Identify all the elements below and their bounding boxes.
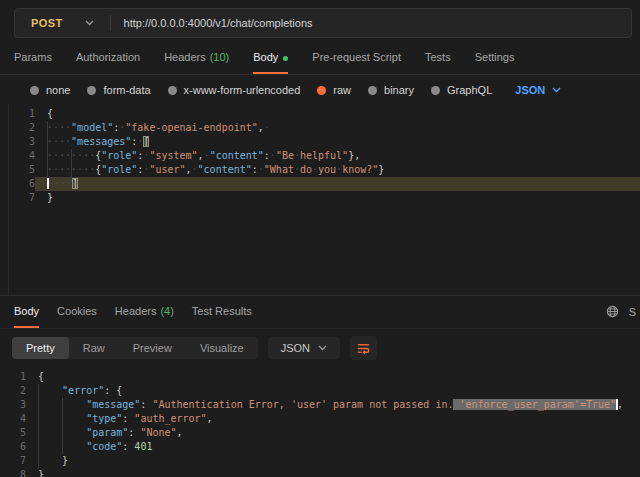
code-line: 2····"model":·"fake-openai-endpoint",·: [9, 121, 640, 135]
code-token: "role": [101, 150, 137, 161]
code-token: [38, 427, 86, 438]
body-type-form-data[interactable]: form-data: [87, 84, 150, 96]
code-line: 3 "message": "Authentication Error, 'use…: [0, 398, 640, 412]
request-tab-headers[interactable]: Headers(10): [164, 51, 229, 74]
view-raw[interactable]: Raw: [69, 337, 119, 359]
line-number: 7: [9, 191, 35, 205]
code-token: ········: [47, 164, 95, 175]
request-tab-label: Headers: [164, 51, 206, 63]
chevron-down-icon: [552, 87, 561, 93]
code-line: 5 "param": "None",: [0, 426, 640, 440]
code-line-content: "error": {: [26, 384, 640, 398]
method-label: POST: [31, 17, 63, 29]
code-token: know?": [342, 164, 378, 175]
line-number: 5: [0, 426, 26, 440]
radio-icon: [431, 86, 440, 95]
code-token: }: [47, 192, 53, 203]
code-token: "Be: [276, 150, 294, 161]
response-tab-test-results[interactable]: Test Results: [192, 305, 252, 328]
code-line-content: {: [26, 370, 640, 384]
response-tab-cookies[interactable]: Cookies: [57, 305, 97, 328]
code-line-content: "type": "auth_error",: [26, 412, 640, 426]
code-token: "user": [149, 164, 185, 175]
code-token: {: [47, 108, 53, 119]
code-line: 8}: [0, 468, 640, 477]
body-type-graphql[interactable]: GraphQL: [431, 84, 492, 96]
code-token: "Authentication Error, 'user' param not …: [152, 399, 453, 410]
code-token: "model": [71, 122, 113, 133]
radio-icon: [368, 86, 377, 95]
code-token: }: [38, 469, 44, 477]
body-type-label: none: [46, 84, 70, 96]
code-line: 5········{"role":·"user",·"content":·"Wh…: [9, 163, 640, 177]
code-token: [38, 399, 86, 410]
tab-count-badge: (4): [160, 305, 173, 317]
response-format-dropdown[interactable]: JSON: [268, 337, 340, 359]
request-tab-authorization[interactable]: Authorization: [76, 51, 140, 74]
request-tab-settings[interactable]: Settings: [475, 51, 515, 74]
response-controls: PrettyRawPreviewVisualize JSON: [0, 329, 640, 367]
code-token: "system": [149, 150, 197, 161]
request-tab-label: Pre-request Script: [312, 51, 401, 63]
code-token: ]: [72, 178, 78, 189]
body-type-raw[interactable]: raw: [317, 84, 351, 96]
radio-icon: [87, 86, 96, 95]
wrap-text-button[interactable]: [350, 336, 377, 360]
body-type-x-www-form-urlencoded[interactable]: x-www-form-urlencoded: [168, 84, 301, 96]
view-pretty[interactable]: Pretty: [12, 337, 69, 359]
request-tab-body[interactable]: Body: [253, 51, 288, 74]
request-tab-label: Body: [253, 51, 278, 63]
code-line: 6····]: [9, 177, 640, 191]
chevron-down-icon: [318, 345, 327, 351]
code-line-content: ····]: [35, 177, 640, 191]
request-tab-tests[interactable]: Tests: [425, 51, 451, 74]
response-body-editor[interactable]: 1{2 "error": {3 "message": "Authenticati…: [0, 367, 640, 477]
body-type-none[interactable]: none: [30, 84, 70, 96]
request-body-editor[interactable]: 1{2····"model":·"fake-openai-endpoint",·…: [9, 104, 640, 205]
response-tab-label: Body: [14, 305, 39, 317]
code-line-content: "param": "None",: [26, 426, 640, 440]
code-token: "auth_error": [134, 413, 206, 424]
response-header-right: S: [606, 305, 636, 326]
code-line-content: }: [35, 191, 640, 205]
url-input[interactable]: http://0.0.0.0:4000/v1/chat/completions: [111, 17, 313, 29]
line-number: 5: [9, 163, 35, 177]
line-number: 1: [9, 107, 35, 121]
method-dropdown[interactable]: POST: [15, 17, 110, 29]
code-line: 7}: [9, 191, 640, 205]
response-tab-body[interactable]: Body: [14, 305, 39, 328]
view-visualize[interactable]: Visualize: [186, 337, 258, 359]
request-tab-params[interactable]: Params: [14, 51, 52, 74]
code-token: "content": [210, 150, 264, 161]
code-line-content: "code": 401: [26, 440, 640, 454]
request-body-pane: 1{2····"model":·"fake-openai-endpoint",·…: [8, 104, 640, 295]
body-type-binary[interactable]: binary: [368, 84, 414, 96]
line-number: 8: [0, 468, 26, 477]
line-number: 6: [9, 177, 35, 191]
code-line: 6 "code": 401: [0, 440, 640, 454]
line-number: 2: [9, 121, 35, 135]
radio-icon: [317, 86, 326, 95]
body-type-label: x-www-form-urlencoded: [184, 84, 301, 96]
response-tabs: BodyCookiesHeaders(4)Test Results: [14, 305, 252, 328]
request-format-label: JSON: [515, 84, 545, 96]
view-preview[interactable]: Preview: [119, 337, 186, 359]
line-number: 3: [0, 398, 26, 412]
request-format-dropdown[interactable]: JSON: [515, 84, 561, 96]
line-number: 7: [0, 454, 26, 468]
line-number: 3: [9, 135, 35, 149]
code-token: {: [38, 371, 44, 382]
response-header: BodyCookiesHeaders(4)Test Results S: [0, 295, 640, 329]
code-token: [38, 413, 86, 424]
code-token: "content": [198, 164, 252, 175]
code-token: "None": [140, 427, 176, 438]
code-token: "role": [101, 164, 137, 175]
code-line: 7 }: [0, 454, 640, 468]
code-line-content: ····"model":·"fake-openai-endpoint",·: [35, 121, 640, 135]
response-tab-headers[interactable]: Headers(4): [115, 305, 174, 328]
code-line: 3····"messages":·[: [9, 135, 640, 149]
request-tabs: ParamsAuthorizationHeaders(10)BodyPre-re…: [0, 38, 640, 75]
request-tab-pre-request-script[interactable]: Pre-request Script: [312, 51, 401, 74]
globe-icon[interactable]: [606, 305, 619, 318]
body-type-row: noneform-datax-www-form-urlencodedrawbin…: [0, 75, 640, 104]
